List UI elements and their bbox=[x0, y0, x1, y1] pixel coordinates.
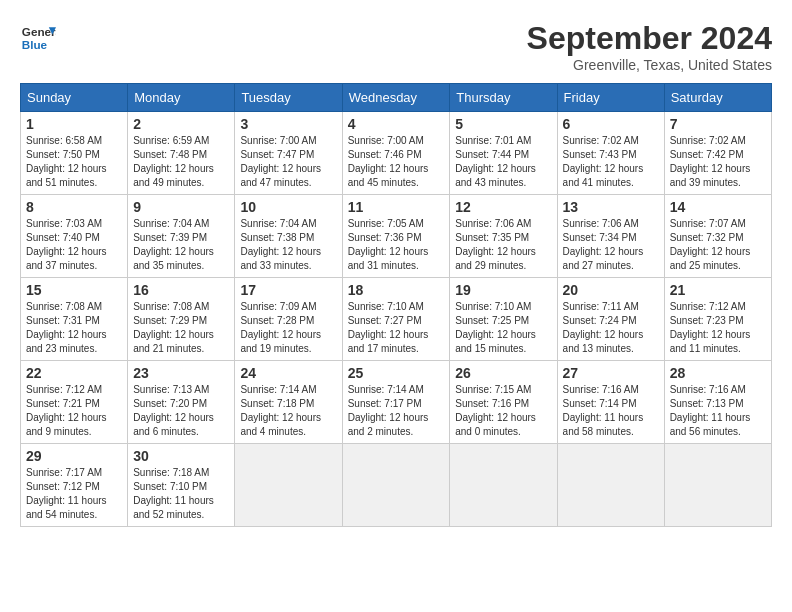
day-number: 14 bbox=[670, 199, 766, 215]
day-number: 29 bbox=[26, 448, 122, 464]
day-info: Sunrise: 7:16 AM Sunset: 7:14 PM Dayligh… bbox=[563, 383, 659, 439]
calendar-cell bbox=[450, 444, 557, 527]
day-number: 19 bbox=[455, 282, 551, 298]
day-number: 30 bbox=[133, 448, 229, 464]
day-number: 25 bbox=[348, 365, 445, 381]
calendar-cell bbox=[664, 444, 771, 527]
day-info: Sunrise: 7:12 AM Sunset: 7:21 PM Dayligh… bbox=[26, 383, 122, 439]
day-header-sunday: Sunday bbox=[21, 84, 128, 112]
month-title: September 2024 bbox=[527, 20, 772, 57]
logo-icon: General Blue bbox=[20, 20, 56, 56]
calendar-week-3: 15Sunrise: 7:08 AM Sunset: 7:31 PM Dayli… bbox=[21, 278, 772, 361]
calendar-week-5: 29Sunrise: 7:17 AM Sunset: 7:12 PM Dayli… bbox=[21, 444, 772, 527]
day-number: 9 bbox=[133, 199, 229, 215]
calendar-cell: 10Sunrise: 7:04 AM Sunset: 7:38 PM Dayli… bbox=[235, 195, 342, 278]
calendar-cell: 4Sunrise: 7:00 AM Sunset: 7:46 PM Daylig… bbox=[342, 112, 450, 195]
calendar-week-1: 1Sunrise: 6:58 AM Sunset: 7:50 PM Daylig… bbox=[21, 112, 772, 195]
calendar-cell: 28Sunrise: 7:16 AM Sunset: 7:13 PM Dayli… bbox=[664, 361, 771, 444]
calendar-week-4: 22Sunrise: 7:12 AM Sunset: 7:21 PM Dayli… bbox=[21, 361, 772, 444]
day-number: 18 bbox=[348, 282, 445, 298]
calendar-cell: 29Sunrise: 7:17 AM Sunset: 7:12 PM Dayli… bbox=[21, 444, 128, 527]
location: Greenville, Texas, United States bbox=[527, 57, 772, 73]
day-info: Sunrise: 6:59 AM Sunset: 7:48 PM Dayligh… bbox=[133, 134, 229, 190]
day-number: 11 bbox=[348, 199, 445, 215]
day-info: Sunrise: 7:15 AM Sunset: 7:16 PM Dayligh… bbox=[455, 383, 551, 439]
day-info: Sunrise: 7:12 AM Sunset: 7:23 PM Dayligh… bbox=[670, 300, 766, 356]
calendar-cell: 7Sunrise: 7:02 AM Sunset: 7:42 PM Daylig… bbox=[664, 112, 771, 195]
days-header-row: SundayMondayTuesdayWednesdayThursdayFrid… bbox=[21, 84, 772, 112]
calendar-table: SundayMondayTuesdayWednesdayThursdayFrid… bbox=[20, 83, 772, 527]
day-number: 21 bbox=[670, 282, 766, 298]
svg-text:General: General bbox=[22, 25, 56, 38]
day-number: 24 bbox=[240, 365, 336, 381]
day-header-wednesday: Wednesday bbox=[342, 84, 450, 112]
day-number: 27 bbox=[563, 365, 659, 381]
day-number: 15 bbox=[26, 282, 122, 298]
calendar-cell: 3Sunrise: 7:00 AM Sunset: 7:47 PM Daylig… bbox=[235, 112, 342, 195]
calendar-cell: 20Sunrise: 7:11 AM Sunset: 7:24 PM Dayli… bbox=[557, 278, 664, 361]
day-info: Sunrise: 7:09 AM Sunset: 7:28 PM Dayligh… bbox=[240, 300, 336, 356]
day-number: 5 bbox=[455, 116, 551, 132]
day-info: Sunrise: 7:18 AM Sunset: 7:10 PM Dayligh… bbox=[133, 466, 229, 522]
calendar-cell: 21Sunrise: 7:12 AM Sunset: 7:23 PM Dayli… bbox=[664, 278, 771, 361]
day-info: Sunrise: 7:02 AM Sunset: 7:42 PM Dayligh… bbox=[670, 134, 766, 190]
calendar-cell: 12Sunrise: 7:06 AM Sunset: 7:35 PM Dayli… bbox=[450, 195, 557, 278]
calendar-cell bbox=[557, 444, 664, 527]
day-number: 13 bbox=[563, 199, 659, 215]
calendar-cell: 6Sunrise: 7:02 AM Sunset: 7:43 PM Daylig… bbox=[557, 112, 664, 195]
calendar-cell: 24Sunrise: 7:14 AM Sunset: 7:18 PM Dayli… bbox=[235, 361, 342, 444]
day-info: Sunrise: 6:58 AM Sunset: 7:50 PM Dayligh… bbox=[26, 134, 122, 190]
day-number: 17 bbox=[240, 282, 336, 298]
day-header-thursday: Thursday bbox=[450, 84, 557, 112]
calendar-cell: 26Sunrise: 7:15 AM Sunset: 7:16 PM Dayli… bbox=[450, 361, 557, 444]
day-info: Sunrise: 7:14 AM Sunset: 7:18 PM Dayligh… bbox=[240, 383, 336, 439]
day-info: Sunrise: 7:06 AM Sunset: 7:35 PM Dayligh… bbox=[455, 217, 551, 273]
day-info: Sunrise: 7:04 AM Sunset: 7:39 PM Dayligh… bbox=[133, 217, 229, 273]
day-number: 10 bbox=[240, 199, 336, 215]
day-number: 6 bbox=[563, 116, 659, 132]
calendar-cell bbox=[342, 444, 450, 527]
calendar-cell: 19Sunrise: 7:10 AM Sunset: 7:25 PM Dayli… bbox=[450, 278, 557, 361]
day-info: Sunrise: 7:08 AM Sunset: 7:31 PM Dayligh… bbox=[26, 300, 122, 356]
calendar-cell: 13Sunrise: 7:06 AM Sunset: 7:34 PM Dayli… bbox=[557, 195, 664, 278]
logo: General Blue bbox=[20, 20, 56, 56]
day-number: 2 bbox=[133, 116, 229, 132]
day-info: Sunrise: 7:05 AM Sunset: 7:36 PM Dayligh… bbox=[348, 217, 445, 273]
day-info: Sunrise: 7:00 AM Sunset: 7:47 PM Dayligh… bbox=[240, 134, 336, 190]
day-info: Sunrise: 7:17 AM Sunset: 7:12 PM Dayligh… bbox=[26, 466, 122, 522]
day-info: Sunrise: 7:10 AM Sunset: 7:27 PM Dayligh… bbox=[348, 300, 445, 356]
svg-text:Blue: Blue bbox=[22, 38, 48, 51]
day-header-tuesday: Tuesday bbox=[235, 84, 342, 112]
day-number: 26 bbox=[455, 365, 551, 381]
calendar-cell: 15Sunrise: 7:08 AM Sunset: 7:31 PM Dayli… bbox=[21, 278, 128, 361]
day-header-monday: Monday bbox=[128, 84, 235, 112]
day-number: 20 bbox=[563, 282, 659, 298]
day-info: Sunrise: 7:16 AM Sunset: 7:13 PM Dayligh… bbox=[670, 383, 766, 439]
day-number: 7 bbox=[670, 116, 766, 132]
calendar-cell: 2Sunrise: 6:59 AM Sunset: 7:48 PM Daylig… bbox=[128, 112, 235, 195]
calendar-cell: 11Sunrise: 7:05 AM Sunset: 7:36 PM Dayli… bbox=[342, 195, 450, 278]
day-info: Sunrise: 7:02 AM Sunset: 7:43 PM Dayligh… bbox=[563, 134, 659, 190]
calendar-cell: 18Sunrise: 7:10 AM Sunset: 7:27 PM Dayli… bbox=[342, 278, 450, 361]
day-header-friday: Friday bbox=[557, 84, 664, 112]
day-info: Sunrise: 7:13 AM Sunset: 7:20 PM Dayligh… bbox=[133, 383, 229, 439]
calendar-cell: 8Sunrise: 7:03 AM Sunset: 7:40 PM Daylig… bbox=[21, 195, 128, 278]
day-info: Sunrise: 7:00 AM Sunset: 7:46 PM Dayligh… bbox=[348, 134, 445, 190]
day-number: 22 bbox=[26, 365, 122, 381]
day-info: Sunrise: 7:04 AM Sunset: 7:38 PM Dayligh… bbox=[240, 217, 336, 273]
calendar-cell: 16Sunrise: 7:08 AM Sunset: 7:29 PM Dayli… bbox=[128, 278, 235, 361]
day-number: 16 bbox=[133, 282, 229, 298]
day-header-saturday: Saturday bbox=[664, 84, 771, 112]
day-info: Sunrise: 7:10 AM Sunset: 7:25 PM Dayligh… bbox=[455, 300, 551, 356]
calendar-cell: 27Sunrise: 7:16 AM Sunset: 7:14 PM Dayli… bbox=[557, 361, 664, 444]
calendar-cell: 25Sunrise: 7:14 AM Sunset: 7:17 PM Dayli… bbox=[342, 361, 450, 444]
calendar-cell: 5Sunrise: 7:01 AM Sunset: 7:44 PM Daylig… bbox=[450, 112, 557, 195]
day-info: Sunrise: 7:07 AM Sunset: 7:32 PM Dayligh… bbox=[670, 217, 766, 273]
day-number: 23 bbox=[133, 365, 229, 381]
calendar-cell: 9Sunrise: 7:04 AM Sunset: 7:39 PM Daylig… bbox=[128, 195, 235, 278]
calendar-week-2: 8Sunrise: 7:03 AM Sunset: 7:40 PM Daylig… bbox=[21, 195, 772, 278]
calendar-cell: 30Sunrise: 7:18 AM Sunset: 7:10 PM Dayli… bbox=[128, 444, 235, 527]
calendar-cell: 1Sunrise: 6:58 AM Sunset: 7:50 PM Daylig… bbox=[21, 112, 128, 195]
day-info: Sunrise: 7:08 AM Sunset: 7:29 PM Dayligh… bbox=[133, 300, 229, 356]
day-info: Sunrise: 7:11 AM Sunset: 7:24 PM Dayligh… bbox=[563, 300, 659, 356]
